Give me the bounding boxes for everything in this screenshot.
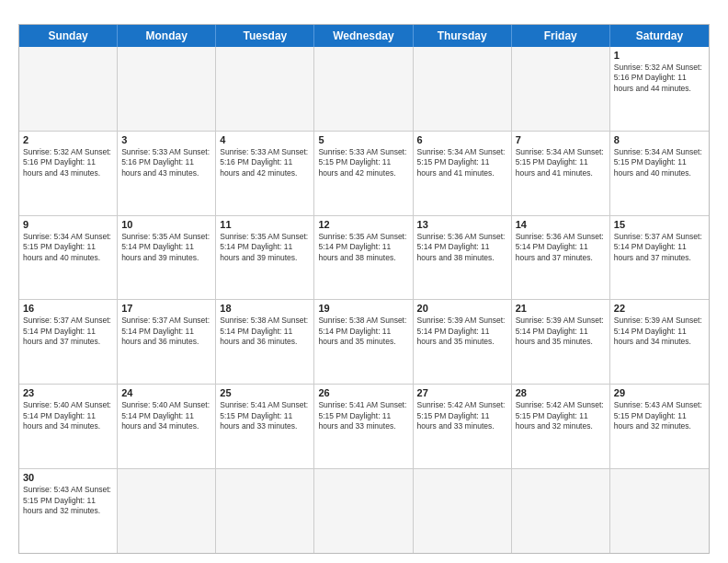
calendar-body: 1Sunrise: 5:32 AM Sunset: 5:16 PM Daylig… (19, 47, 709, 553)
day-number: 14 (516, 219, 606, 230)
day-info: Sunrise: 5:34 AM Sunset: 5:15 PM Dayligh… (417, 147, 507, 178)
weekday-header-sunday: Sunday (19, 25, 118, 47)
day-number: 1 (614, 50, 705, 61)
day-cell-14: 14Sunrise: 5:36 AM Sunset: 5:14 PM Dayli… (512, 216, 610, 300)
day-cell-11: 11Sunrise: 5:35 AM Sunset: 5:14 PM Dayli… (216, 216, 314, 300)
day-number: 29 (614, 387, 705, 398)
day-number: 3 (121, 134, 211, 145)
day-cell-27: 27Sunrise: 5:42 AM Sunset: 5:15 PM Dayli… (414, 385, 512, 468)
day-cell-3: 3Sunrise: 5:33 AM Sunset: 5:16 PM Daylig… (118, 132, 216, 215)
day-cell-empty-5-5 (512, 469, 610, 553)
day-info: Sunrise: 5:43 AM Sunset: 5:15 PM Dayligh… (23, 485, 113, 516)
calendar-row-4: 23Sunrise: 5:40 AM Sunset: 5:14 PM Dayli… (19, 384, 709, 468)
day-number: 13 (417, 219, 507, 230)
weekday-header-thursday: Thursday (414, 25, 512, 47)
day-cell-28: 28Sunrise: 5:42 AM Sunset: 5:15 PM Dayli… (512, 385, 610, 468)
day-number: 11 (220, 219, 310, 230)
day-info: Sunrise: 5:38 AM Sunset: 5:14 PM Dayligh… (220, 316, 310, 347)
day-info: Sunrise: 5:41 AM Sunset: 5:15 PM Dayligh… (318, 400, 408, 431)
day-number: 18 (220, 303, 310, 314)
day-number: 9 (23, 219, 113, 230)
day-number: 4 (220, 134, 310, 145)
day-info: Sunrise: 5:33 AM Sunset: 5:16 PM Dayligh… (220, 147, 310, 178)
day-cell-16: 16Sunrise: 5:37 AM Sunset: 5:14 PM Dayli… (19, 300, 118, 384)
day-number: 24 (121, 387, 211, 398)
day-info: Sunrise: 5:40 AM Sunset: 5:14 PM Dayligh… (23, 400, 113, 431)
calendar: SundayMondayTuesdayWednesdayThursdayFrid… (18, 24, 710, 554)
day-cell-empty-0-3 (314, 47, 413, 131)
day-cell-8: 8Sunrise: 5:34 AM Sunset: 5:15 PM Daylig… (610, 132, 709, 215)
day-number: 15 (614, 219, 705, 230)
day-info: Sunrise: 5:34 AM Sunset: 5:15 PM Dayligh… (516, 147, 606, 178)
day-cell-29: 29Sunrise: 5:43 AM Sunset: 5:15 PM Dayli… (610, 385, 709, 468)
day-cell-empty-5-4 (414, 469, 512, 553)
day-cell-21: 21Sunrise: 5:39 AM Sunset: 5:14 PM Dayli… (512, 300, 610, 384)
day-number: 20 (417, 303, 507, 314)
day-number: 17 (121, 303, 211, 314)
day-number: 26 (318, 387, 408, 398)
day-cell-1: 1Sunrise: 5:32 AM Sunset: 5:16 PM Daylig… (610, 47, 709, 131)
day-number: 19 (318, 303, 408, 314)
day-cell-10: 10Sunrise: 5:35 AM Sunset: 5:14 PM Dayli… (118, 216, 216, 300)
day-number: 27 (417, 387, 507, 398)
day-cell-19: 19Sunrise: 5:38 AM Sunset: 5:14 PM Dayli… (314, 300, 413, 384)
day-number: 12 (318, 219, 408, 230)
day-info: Sunrise: 5:39 AM Sunset: 5:14 PM Dayligh… (417, 316, 507, 347)
day-cell-25: 25Sunrise: 5:41 AM Sunset: 5:15 PM Dayli… (216, 385, 314, 468)
day-info: Sunrise: 5:42 AM Sunset: 5:15 PM Dayligh… (516, 400, 606, 431)
day-cell-26: 26Sunrise: 5:41 AM Sunset: 5:15 PM Dayli… (314, 385, 413, 468)
calendar-row-2: 9Sunrise: 5:34 AM Sunset: 5:15 PM Daylig… (19, 215, 709, 300)
day-number: 21 (516, 303, 606, 314)
day-cell-24: 24Sunrise: 5:40 AM Sunset: 5:14 PM Dayli… (118, 385, 216, 468)
day-number: 16 (23, 303, 113, 314)
weekday-header-friday: Friday (512, 25, 610, 47)
calendar-row-3: 16Sunrise: 5:37 AM Sunset: 5:14 PM Dayli… (19, 299, 709, 384)
day-info: Sunrise: 5:36 AM Sunset: 5:14 PM Dayligh… (516, 232, 606, 263)
day-cell-30: 30Sunrise: 5:43 AM Sunset: 5:15 PM Dayli… (19, 469, 118, 553)
calendar-row-5: 30Sunrise: 5:43 AM Sunset: 5:15 PM Dayli… (19, 468, 709, 553)
day-cell-4: 4Sunrise: 5:33 AM Sunset: 5:16 PM Daylig… (216, 132, 314, 215)
day-info: Sunrise: 5:33 AM Sunset: 5:15 PM Dayligh… (318, 147, 408, 178)
day-info: Sunrise: 5:35 AM Sunset: 5:14 PM Dayligh… (318, 232, 408, 263)
day-cell-12: 12Sunrise: 5:35 AM Sunset: 5:14 PM Dayli… (314, 216, 413, 300)
day-cell-empty-0-5 (512, 47, 610, 131)
day-cell-2: 2Sunrise: 5:32 AM Sunset: 5:16 PM Daylig… (19, 132, 118, 215)
day-cell-empty-5-2 (216, 469, 314, 553)
day-cell-7: 7Sunrise: 5:34 AM Sunset: 5:15 PM Daylig… (512, 132, 610, 215)
day-number: 5 (318, 134, 408, 145)
day-number: 7 (516, 134, 606, 145)
day-info: Sunrise: 5:38 AM Sunset: 5:14 PM Dayligh… (318, 316, 408, 347)
day-info: Sunrise: 5:41 AM Sunset: 5:15 PM Dayligh… (220, 400, 310, 431)
day-cell-13: 13Sunrise: 5:36 AM Sunset: 5:14 PM Dayli… (414, 216, 512, 300)
header: General Blue (18, 15, 710, 17)
day-number: 2 (23, 134, 113, 145)
day-cell-9: 9Sunrise: 5:34 AM Sunset: 5:15 PM Daylig… (19, 216, 118, 300)
day-cell-6: 6Sunrise: 5:34 AM Sunset: 5:15 PM Daylig… (414, 132, 512, 215)
day-info: Sunrise: 5:36 AM Sunset: 5:14 PM Dayligh… (417, 232, 507, 263)
day-info: Sunrise: 5:43 AM Sunset: 5:15 PM Dayligh… (614, 400, 705, 431)
day-info: Sunrise: 5:33 AM Sunset: 5:16 PM Dayligh… (121, 147, 211, 178)
day-cell-empty-5-1 (118, 469, 216, 553)
day-cell-empty-0-0 (19, 47, 118, 131)
page: General Blue SundayMondayTuesdayWednesda… (0, 0, 728, 563)
day-cell-empty-0-4 (414, 47, 512, 131)
day-cell-20: 20Sunrise: 5:39 AM Sunset: 5:14 PM Dayli… (414, 300, 512, 384)
day-info: Sunrise: 5:39 AM Sunset: 5:14 PM Dayligh… (516, 316, 606, 347)
day-cell-empty-0-1 (118, 47, 216, 131)
weekday-header-monday: Monday (118, 25, 216, 47)
day-number: 10 (121, 219, 211, 230)
day-info: Sunrise: 5:37 AM Sunset: 5:14 PM Dayligh… (121, 316, 211, 347)
day-cell-5: 5Sunrise: 5:33 AM Sunset: 5:15 PM Daylig… (314, 132, 413, 215)
day-info: Sunrise: 5:34 AM Sunset: 5:15 PM Dayligh… (614, 147, 705, 178)
weekday-header-saturday: Saturday (610, 25, 709, 47)
day-cell-empty-5-3 (314, 469, 413, 553)
calendar-header: SundayMondayTuesdayWednesdayThursdayFrid… (19, 25, 709, 47)
day-info: Sunrise: 5:35 AM Sunset: 5:14 PM Dayligh… (121, 232, 211, 263)
day-info: Sunrise: 5:32 AM Sunset: 5:16 PM Dayligh… (23, 147, 113, 178)
day-number: 22 (614, 303, 705, 314)
day-cell-empty-0-2 (216, 47, 314, 131)
day-number: 28 (516, 387, 606, 398)
day-info: Sunrise: 5:42 AM Sunset: 5:15 PM Dayligh… (417, 400, 507, 431)
day-info: Sunrise: 5:40 AM Sunset: 5:14 PM Dayligh… (121, 400, 211, 431)
day-info: Sunrise: 5:37 AM Sunset: 5:14 PM Dayligh… (614, 232, 705, 263)
